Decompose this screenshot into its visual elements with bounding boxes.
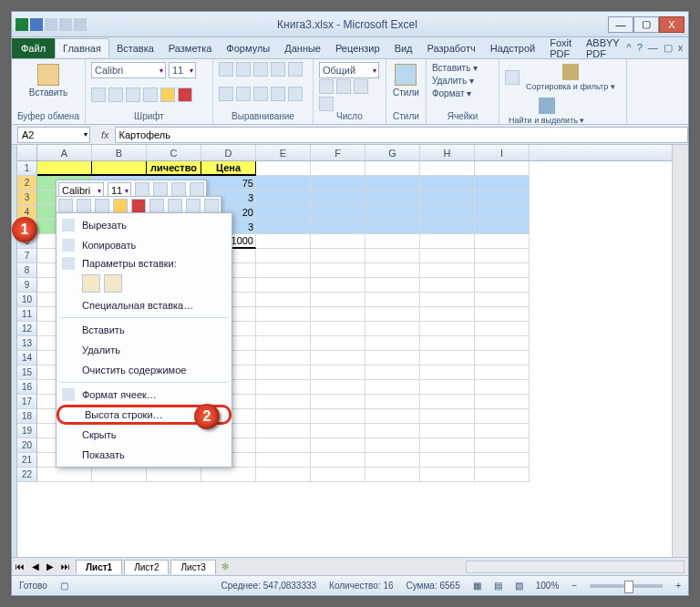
cell[interactable] [311, 307, 365, 322]
col-header[interactable]: I [475, 145, 530, 160]
cell[interactable] [256, 205, 311, 220]
row-header[interactable]: 22 [17, 468, 37, 482]
row-header[interactable]: 16 [17, 380, 37, 395]
cell[interactable] [420, 380, 475, 395]
merge-button[interactable] [288, 87, 303, 101]
cell[interactable] [365, 234, 420, 249]
cell[interactable] [420, 176, 475, 190]
row-header[interactable]: 15 [17, 365, 37, 380]
cell[interactable] [311, 176, 365, 190]
paste-button[interactable]: Вставить [17, 62, 79, 99]
number-format-combo[interactable]: Общий [319, 62, 379, 78]
cell[interactable] [311, 365, 365, 380]
view-normal-icon[interactable]: ▦ [473, 581, 481, 591]
cell[interactable] [37, 161, 92, 176]
cell[interactable] [256, 380, 311, 395]
cell[interactable] [475, 424, 530, 438]
cell[interactable] [365, 220, 420, 234]
cell[interactable] [420, 278, 475, 293]
cell[interactable] [256, 190, 311, 205]
cell[interactable] [420, 322, 475, 336]
tab-data[interactable]: Данные [277, 39, 328, 57]
cell[interactable] [420, 453, 475, 468]
cell[interactable] [365, 249, 420, 263]
cell[interactable] [475, 176, 530, 190]
mini-inc-dec-button[interactable] [168, 199, 182, 213]
paste-option-2-icon[interactable] [104, 274, 122, 293]
cell[interactable] [475, 365, 530, 380]
cell[interactable] [365, 205, 420, 220]
cell[interactable] [92, 468, 147, 482]
cell[interactable] [256, 234, 311, 249]
cell[interactable] [365, 424, 420, 438]
mini-font-color-button[interactable] [131, 199, 146, 213]
col-header[interactable]: F [311, 145, 365, 160]
row-header[interactable]: 10 [17, 293, 37, 307]
zoom-slider[interactable] [590, 584, 663, 588]
tab-developer[interactable]: Разработч [420, 39, 483, 57]
cell[interactable] [311, 453, 365, 468]
cell[interactable] [311, 322, 365, 336]
cell[interactable] [420, 351, 475, 365]
cell[interactable]: Цена [201, 161, 256, 176]
zoom-level[interactable]: 100% [536, 581, 560, 591]
cell[interactable] [256, 453, 311, 468]
cell[interactable] [256, 409, 311, 424]
align-bot-button[interactable] [253, 62, 268, 77]
maximize-button[interactable]: ▢ [633, 16, 659, 33]
cell[interactable] [475, 161, 530, 176]
tab-insert[interactable]: Вставка [109, 39, 161, 57]
cell[interactable] [365, 438, 420, 453]
qat-more-icon[interactable] [74, 18, 87, 31]
fx-icon[interactable]: fx [96, 129, 115, 140]
row-header[interactable]: 11 [17, 307, 37, 322]
cell[interactable] [311, 249, 365, 263]
redo-icon[interactable] [59, 18, 72, 31]
minimize-button[interactable]: — [608, 16, 633, 33]
tab-nav-first-icon[interactable]: ⏮ [12, 561, 28, 571]
currency-button[interactable] [319, 79, 334, 94]
col-header[interactable]: B [92, 145, 147, 160]
cell[interactable] [475, 438, 530, 453]
tab-formulas[interactable]: Формулы [219, 39, 277, 57]
macro-rec-icon[interactable]: ▢ [60, 581, 68, 591]
row-header[interactable]: 12 [17, 322, 37, 336]
cell[interactable] [420, 293, 475, 307]
cell[interactable] [365, 409, 420, 424]
cell[interactable] [256, 307, 311, 322]
mini-dec-dec-button[interactable] [186, 199, 201, 213]
row-header[interactable]: 7 [17, 249, 37, 263]
cell[interactable] [311, 380, 365, 395]
cell[interactable] [147, 468, 201, 482]
cell[interactable] [420, 234, 475, 249]
cell[interactable] [256, 220, 311, 234]
cell[interactable] [475, 249, 530, 263]
cell[interactable] [475, 380, 530, 395]
cell[interactable] [256, 293, 311, 307]
cell[interactable] [365, 176, 420, 190]
ctx-paste-special[interactable]: Специальная вставка… [57, 295, 232, 315]
sum-button[interactable] [505, 70, 520, 85]
cell[interactable] [475, 278, 530, 293]
border-button[interactable] [143, 87, 158, 102]
row-header[interactable]: 8 [17, 263, 37, 278]
mini-italic-button[interactable] [77, 199, 91, 213]
cell[interactable] [256, 395, 311, 409]
mini-format-painter-button[interactable] [204, 199, 219, 213]
fill-color-button[interactable] [160, 87, 175, 102]
sort-filter-button[interactable]: Сортировка и фильтр ▾ [522, 62, 619, 93]
cell[interactable] [92, 161, 147, 176]
col-header[interactable]: A [37, 145, 92, 160]
cell[interactable] [365, 190, 420, 205]
cell[interactable] [365, 336, 420, 351]
wrap-text-button[interactable] [288, 62, 303, 77]
row-header[interactable]: 9 [17, 278, 37, 293]
cell[interactable] [256, 278, 311, 293]
cell[interactable] [475, 205, 530, 220]
cell[interactable] [365, 307, 420, 322]
row-header[interactable]: 20 [17, 438, 37, 453]
tab-foxit[interactable]: Foxit PDF [542, 34, 579, 63]
close-button[interactable]: X [659, 16, 685, 33]
cell[interactable] [420, 205, 475, 220]
comma-button[interactable] [354, 79, 368, 94]
